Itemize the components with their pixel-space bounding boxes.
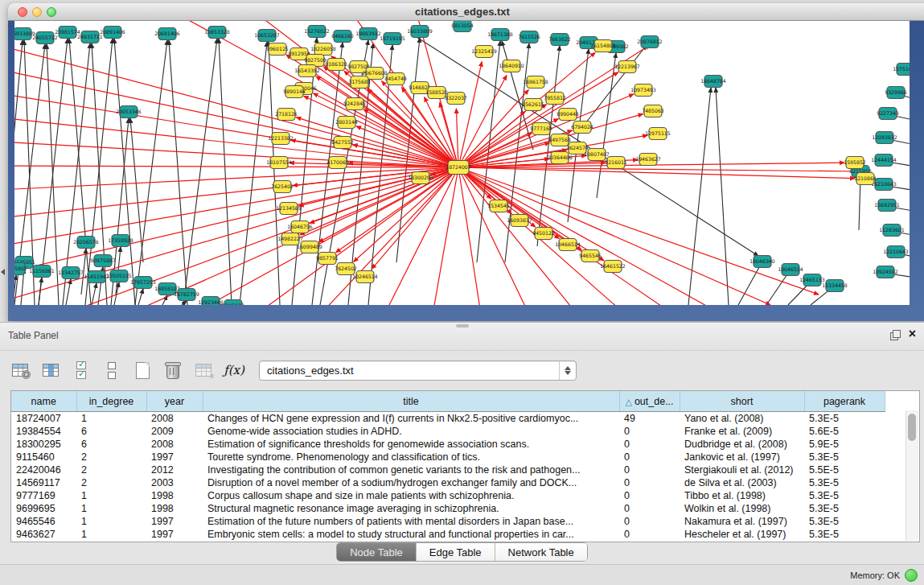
network-canvas[interactable]: 1693380924055712239815742493171120891406… (14, 21, 910, 305)
svg-text:12444154: 12444154 (871, 157, 897, 163)
svg-text:16099489: 16099489 (297, 244, 322, 249)
svg-text:15751074: 15751074 (893, 66, 910, 72)
svg-text:8454749: 8454749 (384, 76, 407, 81)
svg-text:2718126: 2718126 (275, 111, 298, 117)
node-table-grid[interactable]: namein_degreeyeartitle△out_de...shortpag… (11, 391, 885, 541)
svg-text:10046514: 10046514 (778, 266, 803, 272)
table-select-dropdown[interactable]: citations_edges.txt (259, 360, 577, 381)
create-column-button[interactable] (132, 360, 153, 381)
table-row[interactable]: 2242004622012Investigating the contribut… (11, 463, 885, 476)
column-header-in_degree[interactable]: in_degree (76, 391, 146, 412)
column-header-pagerank[interactable]: pagerank (804, 391, 885, 412)
svg-text:9890144: 9890144 (283, 89, 306, 94)
svg-text:15276022: 15276022 (304, 28, 330, 34)
column-header-out_de[interactable]: △out_de... (619, 391, 680, 412)
vertical-scrollbar[interactable] (906, 410, 918, 541)
table-row[interactable]: 977716911998Corpus callosum shape and si… (11, 489, 885, 502)
column-header-year[interactable]: year (146, 391, 203, 412)
dropdown-stepper-icon[interactable] (559, 361, 576, 380)
svg-text:10924502: 10924502 (873, 269, 898, 274)
svg-text:8813054: 8813054 (451, 23, 474, 28)
window-titlebar[interactable]: citations_edges.txt (8, 3, 924, 21)
svg-text:10807487: 10807487 (584, 151, 610, 157)
svg-text:8186328: 8186328 (325, 61, 347, 67)
table-row[interactable]: 946362711997Embryonic stem cells: a mode… (11, 528, 885, 541)
network-view-window[interactable]: citations_edges.txt 16933809240557122398… (8, 3, 924, 321)
svg-text:3915902: 3915902 (14, 266, 27, 271)
select-all-columns-button[interactable] (71, 360, 92, 381)
svg-text:10246514: 10246514 (352, 274, 378, 279)
svg-text:17359928: 17359928 (108, 237, 133, 243)
column-header-title[interactable]: title (203, 391, 619, 412)
svg-text:9465546: 9465546 (579, 253, 602, 258)
tab-network-table[interactable]: Network Table (495, 543, 587, 561)
svg-text:20691406: 20691406 (154, 31, 180, 36)
function-builder-button[interactable]: ƒ(x) (224, 360, 244, 381)
svg-text:18046340: 18046340 (749, 258, 775, 264)
status-bar: Memory: OK (0, 564, 924, 585)
table-row[interactable]: 1830029562008Estimation of significance … (11, 438, 885, 451)
svg-text:1210864: 1210864 (854, 175, 877, 181)
column-header-name[interactable]: name (11, 391, 76, 412)
svg-text:20053346: 20053346 (116, 109, 142, 114)
table-row[interactable]: 1938455462009Genome-wide association stu… (11, 425, 885, 438)
svg-text:16648784: 16648784 (700, 78, 726, 84)
function-builder-icon: ƒ(x) (224, 363, 244, 377)
citation-network-graph[interactable]: 1693380924055712239815742493171120891406… (14, 21, 910, 305)
table-row[interactable]: 1456911722003Disruption of a novel membe… (11, 476, 885, 489)
float-panel-icon[interactable] (890, 330, 901, 339)
panel-resize-grip[interactable] (456, 324, 469, 328)
memory-ok-indicator[interactable] (905, 569, 918, 582)
delete-table-button: x (193, 360, 214, 381)
svg-text:6794024: 6794024 (571, 124, 593, 130)
svg-text:19883912: 19883912 (355, 31, 381, 36)
unselect-all-columns-button[interactable] (101, 360, 122, 381)
svg-text:9777169: 9777169 (530, 126, 552, 131)
svg-text:16093837: 16093837 (507, 217, 532, 223)
tab-edge-table[interactable]: Edge Table (417, 543, 495, 561)
collapsed-panel-handle-icon[interactable] (1, 269, 5, 275)
column-header-short[interactable]: short (680, 391, 804, 412)
svg-text:8427552: 8427552 (331, 139, 354, 145)
svg-text:6497568: 6497568 (548, 137, 571, 142)
table-row[interactable]: 969969511998Structural magnetic resonanc… (11, 502, 885, 515)
svg-text:16543392: 16543392 (294, 68, 320, 73)
svg-text:8216011: 8216011 (605, 159, 627, 165)
table-panel: Table Panel × (0, 322, 924, 585)
network-view-area: citations_edges.txt 16933809240557122398… (0, 0, 924, 322)
svg-text:1534545: 1534545 (487, 203, 510, 208)
table-header-row[interactable]: namein_degreeyeartitle△out_de...shortpag… (11, 391, 885, 412)
svg-text:9245022: 9245022 (222, 303, 244, 305)
show-columns-icon (43, 364, 59, 377)
svg-text:18107554: 18107554 (266, 159, 292, 165)
svg-text:12923448: 12923448 (198, 299, 224, 305)
svg-text:12210643: 12210643 (883, 249, 909, 254)
memory-status-label: Memory: OK (850, 571, 900, 580)
table-mode-button[interactable] (10, 360, 31, 381)
svg-text:7955812: 7955812 (544, 95, 566, 101)
close-panel-icon[interactable]: × (909, 328, 916, 340)
tab-node-table[interactable]: Node Table (337, 543, 417, 561)
svg-text:10853328: 10853328 (204, 29, 230, 35)
svg-text:10719195: 10719195 (380, 35, 405, 41)
table-panel-header: Table Panel × (0, 323, 924, 351)
svg-text:18724007: 18724007 (446, 164, 471, 170)
delete-column-button[interactable] (162, 360, 183, 381)
svg-text:9450122: 9450122 (532, 230, 555, 236)
table-row[interactable]: 1872400712008Changes of HCN gene express… (11, 412, 885, 426)
table-toolbar: x ƒ(x) citations_edges.txt (0, 351, 924, 389)
show-columns-button[interactable] (40, 360, 61, 381)
svg-text:19463627: 19463627 (635, 156, 661, 162)
svg-text:12325419: 12325419 (471, 48, 497, 54)
node-table[interactable]: namein_degreeyeartitle△out_de...shortpag… (10, 390, 920, 542)
svg-text:9242848: 9242848 (343, 101, 366, 106)
svg-text:1562615: 1562615 (522, 101, 544, 107)
svg-text:17957253: 17957253 (130, 279, 156, 285)
table-row[interactable]: 946554611997Estimation of the future num… (11, 515, 885, 528)
scrollbar-thumb[interactable] (908, 414, 916, 441)
svg-text:10653287: 10653287 (254, 32, 280, 38)
table-row[interactable]: 911546021997Tourette syndrome. Phenomeno… (11, 451, 885, 463)
svg-text:9329966: 9329966 (885, 89, 907, 95)
svg-text:3624574: 3624574 (566, 145, 589, 150)
svg-text:16033809: 16033809 (407, 28, 433, 34)
